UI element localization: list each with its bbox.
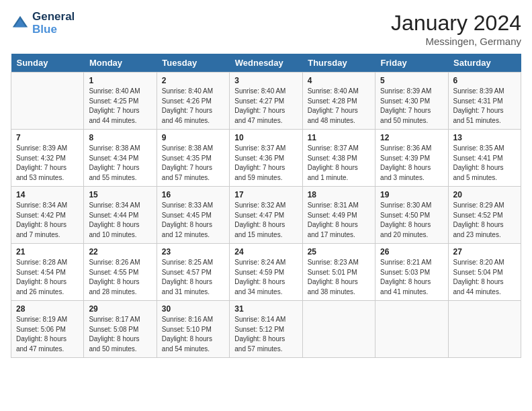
day-number: 2 [162,76,224,85]
day-info: Sunrise: 8:40 AMSunset: 4:28 PMDaylight:… [308,87,370,126]
page-header: General Blue January 2024 Messingen, Ger… [11,11,521,47]
calendar-week-row: 28Sunrise: 8:19 AMSunset: 5:06 PMDayligh… [11,301,521,358]
calendar-cell [302,301,375,358]
day-number: 19 [380,190,443,199]
calendar-cell: 26Sunrise: 8:21 AMSunset: 5:03 PMDayligh… [375,244,448,301]
day-info: Sunrise: 8:40 AMSunset: 4:27 PMDaylight:… [234,87,297,126]
day-number: 27 [453,247,516,257]
day-info: Sunrise: 8:29 AMSunset: 4:52 PMDaylight:… [453,201,516,240]
calendar-cell: 2Sunrise: 8:40 AMSunset: 4:26 PMDaylight… [157,73,229,130]
day-number: 18 [308,190,370,199]
day-number: 12 [380,133,443,142]
day-info: Sunrise: 8:28 AMSunset: 4:54 PMDaylight:… [16,258,79,297]
calendar-cell: 15Sunrise: 8:34 AMSunset: 4:44 PMDayligh… [84,187,157,244]
day-info: Sunrise: 8:26 AMSunset: 4:55 PMDaylight:… [89,258,151,297]
calendar-cell [448,301,521,358]
weekday-header-thursday: Thursday [302,54,375,73]
calendar-cell: 14Sunrise: 8:34 AMSunset: 4:42 PMDayligh… [11,187,84,244]
day-info: Sunrise: 8:38 AMSunset: 4:35 PMDaylight:… [162,144,224,183]
calendar-cell: 8Sunrise: 8:38 AMSunset: 4:34 PMDaylight… [84,130,157,187]
calendar-cell: 6Sunrise: 8:39 AMSunset: 4:31 PMDaylight… [448,73,521,130]
location: Messingen, Germany [391,36,521,47]
day-number: 21 [16,247,79,257]
day-number: 25 [308,247,370,257]
day-number: 9 [162,133,224,142]
calendar-cell: 29Sunrise: 8:17 AMSunset: 5:08 PMDayligh… [84,301,157,358]
day-number: 24 [234,247,297,257]
day-info: Sunrise: 8:23 AMSunset: 5:01 PMDaylight:… [308,258,370,297]
day-info: Sunrise: 8:20 AMSunset: 5:04 PMDaylight:… [453,258,516,297]
calendar-cell: 20Sunrise: 8:29 AMSunset: 4:52 PMDayligh… [448,187,521,244]
day-number: 7 [16,133,79,142]
day-number: 10 [234,133,297,142]
day-number: 13 [453,133,516,142]
calendar-table: SundayMondayTuesdayWednesdayThursdayFrid… [11,54,521,358]
title-block: January 2024 Messingen, Germany [391,11,521,47]
day-number: 28 [16,304,79,314]
day-number: 17 [234,190,297,199]
day-info: Sunrise: 8:32 AMSunset: 4:47 PMDaylight:… [234,201,297,240]
calendar-cell: 30Sunrise: 8:16 AMSunset: 5:10 PMDayligh… [157,301,229,358]
calendar-week-row: 7Sunrise: 8:39 AMSunset: 4:32 PMDaylight… [11,130,521,187]
day-info: Sunrise: 8:21 AMSunset: 5:03 PMDaylight:… [380,258,443,297]
calendar-cell: 21Sunrise: 8:28 AMSunset: 4:54 PMDayligh… [11,244,84,301]
day-info: Sunrise: 8:19 AMSunset: 5:06 PMDaylight:… [16,315,79,354]
calendar-cell: 18Sunrise: 8:31 AMSunset: 4:49 PMDayligh… [302,187,375,244]
calendar-cell: 11Sunrise: 8:37 AMSunset: 4:38 PMDayligh… [302,130,375,187]
day-info: Sunrise: 8:24 AMSunset: 4:59 PMDaylight:… [234,258,297,297]
day-info: Sunrise: 8:40 AMSunset: 4:26 PMDaylight:… [162,87,224,126]
calendar-cell: 25Sunrise: 8:23 AMSunset: 5:01 PMDayligh… [302,244,375,301]
calendar-week-row: 21Sunrise: 8:28 AMSunset: 4:54 PMDayligh… [11,244,521,301]
calendar-cell: 10Sunrise: 8:37 AMSunset: 4:36 PMDayligh… [230,130,302,187]
calendar-cell [375,301,448,358]
calendar-cell: 13Sunrise: 8:35 AMSunset: 4:41 PMDayligh… [448,130,521,187]
calendar-cell: 5Sunrise: 8:39 AMSunset: 4:30 PMDaylight… [375,73,448,130]
day-info: Sunrise: 8:40 AMSunset: 4:25 PMDaylight:… [89,87,151,126]
weekday-header-sunday: Sunday [11,54,84,73]
day-number: 23 [162,247,224,257]
day-info: Sunrise: 8:25 AMSunset: 4:57 PMDaylight:… [162,258,224,297]
day-info: Sunrise: 8:39 AMSunset: 4:32 PMDaylight:… [16,144,79,183]
calendar-cell: 7Sunrise: 8:39 AMSunset: 4:32 PMDaylight… [11,130,84,187]
day-number: 20 [453,190,516,199]
day-number: 5 [380,76,443,85]
day-number: 11 [308,133,370,142]
day-number: 3 [234,76,297,85]
logo: General Blue [11,11,75,36]
calendar-week-row: 14Sunrise: 8:34 AMSunset: 4:42 PMDayligh… [11,187,521,244]
weekday-header-monday: Monday [84,54,157,73]
logo-icon [11,14,30,33]
calendar-cell [11,73,84,130]
calendar-cell: 1Sunrise: 8:40 AMSunset: 4:25 PMDaylight… [84,73,157,130]
calendar-week-row: 1Sunrise: 8:40 AMSunset: 4:25 PMDaylight… [11,73,521,130]
day-info: Sunrise: 8:31 AMSunset: 4:49 PMDaylight:… [308,201,370,240]
month-title: January 2024 [391,11,521,36]
day-info: Sunrise: 8:37 AMSunset: 4:38 PMDaylight:… [308,144,370,183]
calendar-cell: 19Sunrise: 8:30 AMSunset: 4:50 PMDayligh… [375,187,448,244]
day-number: 29 [89,304,151,314]
day-number: 15 [89,190,151,199]
calendar-cell: 16Sunrise: 8:33 AMSunset: 4:45 PMDayligh… [157,187,229,244]
day-info: Sunrise: 8:39 AMSunset: 4:31 PMDaylight:… [453,87,516,126]
day-info: Sunrise: 8:38 AMSunset: 4:34 PMDaylight:… [89,144,151,183]
weekday-header-friday: Friday [375,54,448,73]
day-info: Sunrise: 8:16 AMSunset: 5:10 PMDaylight:… [162,315,224,354]
day-info: Sunrise: 8:17 AMSunset: 5:08 PMDaylight:… [89,315,151,354]
weekday-header-wednesday: Wednesday [230,54,302,73]
day-info: Sunrise: 8:35 AMSunset: 4:41 PMDaylight:… [453,144,516,183]
day-info: Sunrise: 8:30 AMSunset: 4:50 PMDaylight:… [380,201,443,240]
weekday-header-tuesday: Tuesday [157,54,229,73]
day-info: Sunrise: 8:33 AMSunset: 4:45 PMDaylight:… [162,201,224,240]
day-number: 31 [234,304,297,314]
day-number: 22 [89,247,151,257]
calendar-cell: 17Sunrise: 8:32 AMSunset: 4:47 PMDayligh… [230,187,302,244]
day-info: Sunrise: 8:14 AMSunset: 5:12 PMDaylight:… [234,315,297,354]
weekday-header-saturday: Saturday [448,54,521,73]
logo-text: General Blue [32,11,75,36]
day-info: Sunrise: 8:36 AMSunset: 4:39 PMDaylight:… [380,144,443,183]
calendar-cell: 24Sunrise: 8:24 AMSunset: 4:59 PMDayligh… [230,244,302,301]
day-number: 8 [89,133,151,142]
calendar-cell: 12Sunrise: 8:36 AMSunset: 4:39 PMDayligh… [375,130,448,187]
day-info: Sunrise: 8:37 AMSunset: 4:36 PMDaylight:… [234,144,297,183]
calendar-cell: 28Sunrise: 8:19 AMSunset: 5:06 PMDayligh… [11,301,84,358]
